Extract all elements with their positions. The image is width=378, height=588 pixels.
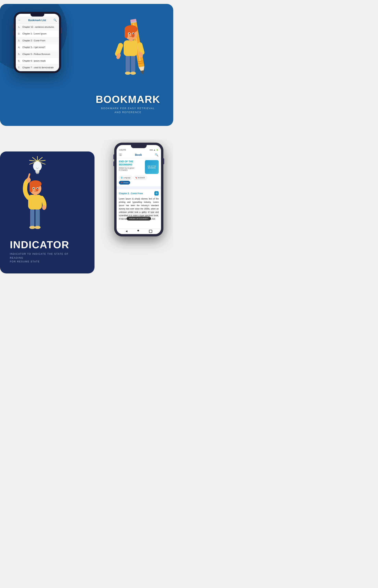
- book-action-buttons: 🌐 Language 🔖 BookMark 📌 Pinned: [119, 176, 159, 185]
- bookmark-list-item[interactable]: 6. Chapter 6 - ipsum reads: [16, 58, 59, 64]
- phone-volume-up-button: [13, 24, 14, 28]
- svg-line-53: [28, 174, 29, 178]
- search-icon[interactable]: 🔍: [155, 153, 158, 156]
- bookmark-feature-title: BOOKMARK: [94, 93, 162, 105]
- chapter-name: Chapter 2 - Come From: [119, 192, 143, 194]
- indicator-feature-subtitle: INDICATOR TO INDICATE THE STATE OF READI…: [10, 252, 81, 264]
- wifi-icon: ▲: [154, 149, 155, 151]
- bookmark-list-item[interactable]: 3. Chapter 2 - Come From: [16, 37, 59, 44]
- character-bookmark-illustration: [108, 8, 158, 83]
- phone-notch: [30, 14, 44, 16]
- svg-rect-16: [125, 29, 128, 38]
- item-number: 6.: [18, 59, 22, 62]
- bookmark-feature-subtitle: BOOKMARK FOR EASY RETRIEVALAND REFERENCE: [94, 106, 162, 114]
- pin-icon: 📌: [121, 182, 123, 184]
- phone2-nav-bar: ◀: [117, 228, 161, 234]
- toast-message: Indicator set Successful !: [127, 217, 151, 220]
- bookmark-button[interactable]: 🔖 BookMark: [134, 176, 147, 179]
- item-text: Chapter 12 - sentence structures: [22, 26, 54, 28]
- nav-home-button[interactable]: [137, 230, 139, 231]
- phone-volume-down-button: [13, 30, 14, 35]
- signal-icon: ●●●: [150, 149, 153, 151]
- indicator-dark-panel: INDICATOR INDICATOR TO INDICATE THE STAT…: [0, 152, 94, 273]
- svg-point-10: [125, 72, 131, 75]
- bookmark-header-title: Bookmark List: [28, 19, 46, 22]
- svg-point-33: [33, 161, 42, 171]
- indicator-text-content: INDICATOR INDICATOR TO INDICATE THE STAT…: [10, 239, 81, 264]
- pinned-button[interactable]: 📌 Pinned: [119, 181, 130, 185]
- bookmark-list: 1. Chapter 12 - sentence structures 2. C…: [16, 24, 59, 71]
- back-arrow-icon[interactable]: ←: [18, 18, 21, 22]
- bookmark-list-item[interactable]: 7. Chapter 7 - used to demonstrate: [16, 64, 59, 71]
- book-card: END OF THE BEGINNING Written by mr.green…: [117, 158, 161, 187]
- book-cover-thumbnail[interactable]: END OF THE BEGINNING: [145, 160, 159, 174]
- indicator-section: INDICATOR INDICATOR TO INDICATE THE STAT…: [0, 140, 173, 277]
- phone2-screen: 3:26 PM ●●● ▲ 🔋 ☰ Book 🔍: [117, 145, 161, 234]
- phone2-power-button: [163, 158, 164, 164]
- svg-point-20: [129, 33, 130, 34]
- bookmark-app-header: ← Bookmark List 🔍: [16, 16, 59, 24]
- bookmark-list-item[interactable]: 5. Chapter 5 - Finibus Bonorum: [16, 51, 59, 58]
- character-indicator-illustration: [10, 155, 65, 238]
- svg-point-11: [130, 72, 136, 75]
- item-number: 5.: [18, 53, 22, 55]
- bookmark-text-content: BOOKMARK BOOKMARK FOR EASY RETRIEVALAND …: [94, 93, 162, 114]
- indicator-feature-title: INDICATOR: [10, 239, 81, 251]
- item-text: Chapter 5 - Finibus Bonorum: [22, 53, 50, 56]
- svg-rect-38: [30, 208, 34, 227]
- bookmark-list-item[interactable]: 4. Chapter 3 - I get some?: [16, 44, 59, 51]
- phone-power-button: [61, 27, 62, 33]
- phone2-volume-down-button: [113, 161, 114, 166]
- item-text: Chapter 6 - ipsum reads: [22, 59, 46, 62]
- status-time: 3:26 PM: [119, 149, 126, 151]
- toast-container: Indicator set Successful !: [117, 222, 161, 228]
- language-button[interactable]: 🌐 Language: [119, 176, 132, 179]
- bookmark-icon: 🔖: [135, 177, 137, 179]
- bookmark-list-item[interactable]: 2. Chapter 1 - Lorem Ipsum: [16, 30, 59, 37]
- item-number: 3.: [18, 39, 22, 42]
- chapter-header: Chapter 2 - Come From ⚙: [119, 191, 159, 195]
- svg-rect-8: [126, 55, 130, 73]
- svg-point-54: [42, 205, 46, 210]
- phone2-app-header: ☰ Book 🔍: [117, 152, 161, 158]
- divider: [117, 187, 161, 188]
- nav-recents-button[interactable]: [149, 230, 152, 233]
- item-number: 2.: [18, 32, 22, 35]
- bookmark-section: ← Bookmark List 🔍 1. Chapter 12 - senten…: [0, 4, 173, 126]
- phone2-app-title: Book: [135, 153, 142, 156]
- hamburger-icon[interactable]: ☰: [119, 153, 122, 156]
- phone-screen: ← Bookmark List 🔍 1. Chapter 12 - senten…: [16, 14, 59, 71]
- svg-rect-35: [36, 173, 39, 174]
- item-text: Chapter 3 - I get some?: [22, 46, 45, 49]
- item-number: 4.: [18, 46, 22, 48]
- item-text: Chapter 7 - used to demonstrate: [22, 66, 54, 69]
- battery-icon: 🔋: [156, 149, 158, 151]
- book-cover-text: END OF THE BEGINNING: [146, 165, 158, 169]
- language-icon: 🌐: [121, 177, 123, 179]
- item-text: Chapter 1 - Lorem Ipsum: [22, 32, 46, 35]
- book-author: Written by mr.green 9 Chapters: [119, 167, 143, 171]
- phone2-status-bar: 3:26 PM ●●● ▲ 🔋: [117, 148, 161, 152]
- item-number: 1.: [18, 26, 22, 28]
- item-text: Chapter 2 - Come From: [22, 39, 45, 42]
- phone-bookmark-mockup: ← Bookmark List 🔍 1. Chapter 12 - senten…: [14, 12, 61, 73]
- svg-rect-39: [35, 208, 40, 227]
- svg-point-40: [29, 226, 35, 229]
- svg-rect-34: [35, 170, 39, 173]
- nav-back-button[interactable]: ◀: [126, 230, 127, 233]
- bookmark-list-item[interactable]: 1. Chapter 12 - sentence structures: [16, 24, 59, 30]
- svg-marker-4: [140, 70, 145, 75]
- book-info: END OF THE BEGINNING Written by mr.green…: [119, 160, 143, 171]
- svg-rect-12: [124, 40, 137, 56]
- phone2-volume-up-button: [113, 154, 114, 159]
- gear-icon[interactable]: ⚙: [154, 191, 159, 195]
- book-title: END OF THE BEGINNING: [119, 160, 143, 166]
- svg-point-51: [37, 188, 38, 189]
- svg-rect-46: [29, 184, 32, 192]
- svg-point-50: [33, 188, 34, 189]
- item-number: 7.: [18, 66, 22, 69]
- svg-point-41: [35, 226, 40, 229]
- search-icon[interactable]: 🔍: [53, 18, 57, 22]
- svg-point-21: [133, 33, 134, 34]
- svg-rect-9: [131, 55, 135, 73]
